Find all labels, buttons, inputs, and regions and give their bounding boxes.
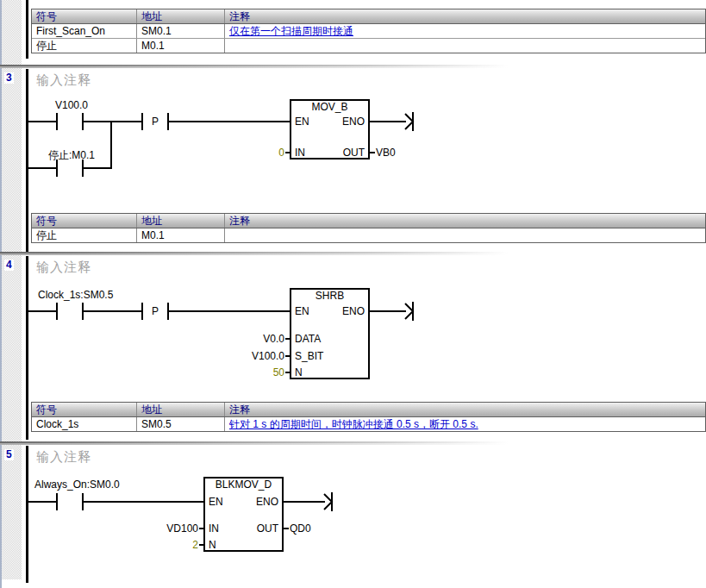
contact-operand-label: V100.0 [55, 100, 88, 111]
column-header-comment: 注释 [225, 214, 705, 228]
network-number[interactable]: 3 [4, 72, 14, 84]
cell-address: M0.1 [137, 228, 225, 242]
network-number[interactable]: 4 [4, 260, 14, 271]
table-row: 停止 M0.1 [32, 228, 705, 242]
network-title-comment[interactable]: 输入注释 [36, 72, 91, 87]
rung-continuation-arrow-icon [403, 111, 415, 132]
wire [370, 310, 406, 312]
column-header-address: 地址 [137, 403, 225, 416]
symbol-info-table: 符号 地址 注释 First_Scan_On SM0.1 仅在第一个扫描周期时接… [31, 9, 706, 53]
power-rail [26, 0, 28, 59]
cell-address: M0.1 [137, 39, 225, 53]
power-rail [26, 69, 28, 252]
pin-value-operand[interactable]: VB0 [376, 147, 396, 158]
pin-n: N [295, 367, 303, 378]
wire [370, 121, 406, 122]
wire [284, 501, 325, 503]
function-box-blkmov-d[interactable]: BLKMOV_D EN ENO IN OUT N [203, 477, 284, 552]
pin-in: IN [295, 147, 305, 158]
pin-en: EN [295, 306, 309, 316]
cell-symbol: First_Scan_On [32, 24, 137, 38]
power-rail [26, 256, 28, 440]
cell-comment [225, 228, 705, 242]
rung-continuation-arrow-icon [322, 491, 334, 512]
pin-tick [370, 152, 375, 153]
pin-tick [284, 528, 289, 529]
wire-branch [110, 121, 112, 169]
table-row: First_Scan_On SM0.1 仅在第一个扫描周期时接通 [32, 24, 705, 39]
network-title-comment[interactable]: 输入注释 [36, 449, 91, 464]
pin-value-constant[interactable]: 50 [234, 367, 284, 378]
pin-value-constant[interactable]: 2 [147, 540, 198, 550]
pin-eno: ENO [342, 116, 365, 127]
pin-en: EN [295, 116, 309, 127]
table-row: 停止 M0.1 [32, 39, 705, 53]
pin-value-operand[interactable]: QD0 [290, 523, 311, 534]
contact-operand-label: Always_On:SM0.0 [34, 479, 120, 491]
pin-s-bit: S_BIT [295, 351, 323, 361]
pin-eno: ENO [342, 306, 365, 316]
column-header-comment: 注释 [225, 9, 705, 23]
column-header-comment: 注释 [225, 403, 705, 416]
cell-address: SM0.5 [137, 417, 225, 431]
contact-operand-label: Clock_1s:SM0.5 [38, 290, 113, 301]
pin-in: IN [209, 523, 219, 534]
edge-contact-label: P [152, 116, 159, 128]
function-box-mov-b[interactable]: MOV_B EN ENO IN OUT [290, 99, 370, 160]
normally-open-contact[interactable] [56, 493, 84, 510]
cell-comment: 针对 1 s 的周期时间，时钟脉冲接通 0.5 s，断开 0.5 s. [225, 417, 705, 431]
symbol-info-table: 符号 地址 注释 停止 M0.1 [31, 213, 706, 243]
network-number[interactable]: 5 [4, 449, 14, 460]
ladder-program-editor: 符号 地址 注释 First_Scan_On SM0.1 仅在第一个扫描周期时接… [0, 0, 706, 588]
pin-value-operand[interactable]: V100.0 [225, 351, 284, 361]
function-box-shrb[interactable]: SHRB EN ENO DATA S_BIT N [290, 288, 370, 379]
power-rail [26, 446, 28, 583]
column-header-address: 地址 [137, 214, 225, 228]
positive-edge-contact[interactable]: P [141, 113, 169, 130]
normally-open-contact[interactable] [56, 303, 84, 320]
pin-value-operand[interactable]: V0.0 [225, 334, 284, 344]
cell-address: SM0.1 [137, 24, 225, 38]
pin-data: DATA [295, 334, 321, 344]
box-title: SHRB [291, 291, 368, 302]
rung-continuation-arrow-icon [403, 301, 415, 322]
pin-en: EN [209, 497, 223, 507]
wire [28, 501, 205, 503]
box-title: BLKMOV_D [205, 479, 282, 491]
cell-symbol: 停止 [32, 39, 137, 53]
network-title-comment[interactable]: 输入注释 [36, 260, 91, 274]
symbol-info-table: 符号 地址 注释 Clock_1s SM0.5 针对 1 s 的周期时间，时钟脉… [31, 402, 706, 432]
cell-comment [225, 39, 705, 53]
pin-out: OUT [257, 523, 278, 534]
edge-contact-label: P [152, 305, 159, 317]
column-header-symbol: 符号 [32, 403, 137, 416]
cell-comment: 仅在第一个扫描周期时接通 [225, 24, 705, 38]
symbol-table-header: 符号 地址 注释 [32, 214, 705, 228]
pin-eno: ENO [256, 497, 278, 507]
cell-symbol: Clock_1s [32, 417, 137, 431]
column-header-symbol: 符号 [32, 9, 137, 23]
box-title: MOV_B [291, 102, 368, 113]
pin-out: OUT [343, 147, 365, 158]
network-separator [0, 252, 706, 255]
network-separator [0, 65, 706, 68]
cell-symbol: 停止 [32, 228, 137, 242]
column-header-symbol: 符号 [32, 214, 137, 228]
normally-open-contact[interactable] [56, 160, 84, 177]
table-row: Clock_1s SM0.5 针对 1 s 的周期时间，时钟脉冲接通 0.5 s… [32, 417, 705, 431]
symbol-table-header: 符号 地址 注释 [32, 403, 705, 417]
network-selection-margin[interactable] [2, 0, 22, 579]
pin-value-operand[interactable]: VD100 [139, 523, 198, 534]
pin-n: N [209, 540, 216, 550]
normally-open-contact[interactable] [56, 113, 84, 130]
column-header-address: 地址 [137, 9, 225, 23]
symbol-table-header: 符号 地址 注释 [32, 9, 705, 24]
positive-edge-contact[interactable]: P [141, 303, 169, 320]
pin-value-constant[interactable]: 0 [251, 147, 284, 158]
network-separator [0, 441, 706, 445]
